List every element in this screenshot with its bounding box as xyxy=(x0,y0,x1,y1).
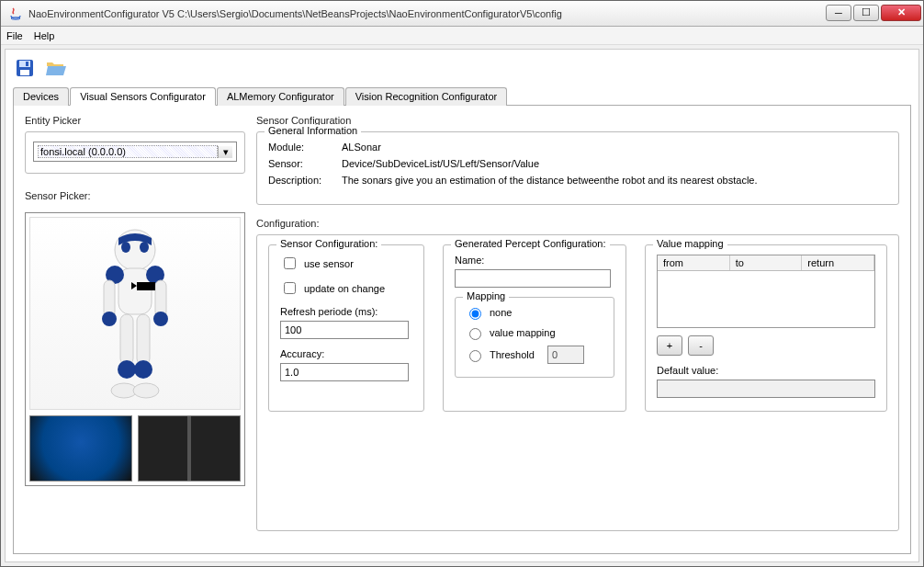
save-button[interactable] xyxy=(13,56,37,80)
update-on-change-checkbox[interactable]: update on change xyxy=(280,279,412,297)
name-label: Name: xyxy=(455,255,614,266)
radio-threshold[interactable]: Threshold xyxy=(465,346,604,364)
module-label: Module: xyxy=(268,142,342,153)
col-from: from xyxy=(658,255,730,270)
left-column: Entity Picker fonsi.local (0.0.0.0) ▾ Se… xyxy=(25,115,245,544)
tab-content: Entity Picker fonsi.local (0.0.0.0) ▾ Se… xyxy=(13,106,911,554)
general-info-legend: General Information xyxy=(265,125,361,136)
refresh-label: Refresh periode (ms): xyxy=(280,306,412,317)
tab-visual-sensors[interactable]: Visual Sensors Configurator xyxy=(70,87,216,106)
app-window: NaoEnvironmentConfigurator V5 C:\Users\S… xyxy=(0,0,924,567)
close-button[interactable]: ✕ xyxy=(881,5,921,21)
titlebar: NaoEnvironmentConfigurator V5 C:\Users\S… xyxy=(1,1,923,27)
col-to: to xyxy=(730,255,803,270)
window-buttons: ─ ☐ ✕ xyxy=(824,5,921,23)
open-button[interactable] xyxy=(44,56,68,80)
svg-rect-2 xyxy=(19,61,30,67)
description-label: Description: xyxy=(268,175,342,186)
entity-picker-box: fonsi.local (0.0.0.0) ▾ xyxy=(25,131,245,174)
percept-config-sub: Generated Percept Configuration: Name: M… xyxy=(443,244,626,412)
value-mapping-table[interactable]: from to return xyxy=(657,255,875,328)
module-value: ALSonar xyxy=(342,142,381,153)
sensor-config-sub: Sensor Configuration: use sensor update … xyxy=(268,244,424,412)
toolbar xyxy=(13,53,911,83)
floppy-icon xyxy=(15,58,35,78)
value-mapping-sub: Value mapping from to return + - xyxy=(645,244,887,412)
mapping-legend: Mapping xyxy=(463,290,509,301)
chevron-down-icon: ▾ xyxy=(218,146,232,158)
menubar: File Help xyxy=(1,27,923,45)
entity-dropdown[interactable]: fonsi.local (0.0.0.0) ▾ xyxy=(33,142,237,162)
sensor-label: Sensor: xyxy=(268,158,342,169)
default-value-label: Default value: xyxy=(657,365,875,376)
sensor-picker-box xyxy=(25,212,245,486)
svg-rect-16 xyxy=(137,314,150,365)
configuration-fieldset: Sensor Configuration: use sensor update … xyxy=(256,234,899,531)
minimize-button[interactable]: ─ xyxy=(826,5,851,21)
refresh-input[interactable] xyxy=(280,321,409,339)
svg-rect-4 xyxy=(26,62,28,66)
content-area: Devices Visual Sensors Configurator ALMe… xyxy=(5,49,919,562)
mapping-sub: Mapping none value mapping Threshold xyxy=(455,297,614,378)
col-return: return xyxy=(802,255,874,270)
svg-point-13 xyxy=(102,312,117,326)
general-info-fieldset: General Information Module:ALSonar Senso… xyxy=(256,131,899,205)
accuracy-input[interactable] xyxy=(280,363,409,381)
svg-rect-3 xyxy=(20,70,29,75)
use-sensor-checkbox[interactable]: use sensor xyxy=(280,255,412,272)
right-column: Sensor Configuration General Information… xyxy=(256,115,899,544)
name-input[interactable] xyxy=(455,269,611,288)
entity-dropdown-value: fonsi.local (0.0.0.0) xyxy=(38,145,218,158)
robot-image[interactable] xyxy=(29,217,241,410)
threshold-input xyxy=(547,346,584,364)
default-value-input xyxy=(657,380,875,398)
thumbnail-row xyxy=(29,415,241,482)
tab-bar: Devices Visual Sensors Configurator ALMe… xyxy=(13,86,911,106)
menu-help[interactable]: Help xyxy=(34,30,55,41)
table-buttons: + - xyxy=(657,335,875,356)
value-mapping-legend: Value mapping xyxy=(653,238,727,249)
sensor-picker-label: Sensor Picker: xyxy=(25,190,245,201)
config-row: Sensor Configuration: use sensor update … xyxy=(268,244,887,412)
svg-point-17 xyxy=(118,360,136,379)
java-icon xyxy=(8,6,23,21)
accuracy-label: Accuracy: xyxy=(280,348,412,359)
svg-rect-15 xyxy=(120,314,133,365)
description-value: The sonars give you an estimation of the… xyxy=(342,175,758,186)
svg-rect-21 xyxy=(137,282,155,290)
remove-row-button[interactable]: - xyxy=(688,335,714,356)
nao-robot-icon xyxy=(80,227,190,402)
folder-open-icon xyxy=(45,58,67,78)
tab-vision-recognition[interactable]: Vision Recognition Configurator xyxy=(345,87,508,106)
menu-file[interactable]: File xyxy=(6,30,23,41)
radio-none[interactable]: none xyxy=(465,305,604,320)
maximize-button[interactable]: ☐ xyxy=(853,5,879,21)
sensor-value: Device/SubDeviceList/US/Left/Sensor/Valu… xyxy=(342,158,539,169)
add-row-button[interactable]: + xyxy=(657,335,682,356)
window-title: NaoEnvironmentConfigurator V5 C:\Users\S… xyxy=(28,8,824,19)
svg-point-14 xyxy=(153,312,168,326)
svg-point-18 xyxy=(134,360,152,379)
table-header: from to return xyxy=(658,255,874,271)
configuration-heading: Configuration: xyxy=(256,218,899,229)
svg-point-20 xyxy=(133,383,159,398)
sensor-config-legend: Sensor Configuration: xyxy=(276,238,381,249)
percept-config-legend: Generated Percept Configuration: xyxy=(451,238,610,249)
entity-picker-label: Entity Picker xyxy=(25,115,245,126)
tab-almemory[interactable]: ALMemory Configurator xyxy=(217,87,344,106)
tab-devices[interactable]: Devices xyxy=(13,87,69,106)
robot-head-thumb[interactable] xyxy=(29,415,132,482)
radio-value-mapping[interactable]: value mapping xyxy=(465,325,604,340)
robot-feet-thumb[interactable] xyxy=(138,415,241,482)
